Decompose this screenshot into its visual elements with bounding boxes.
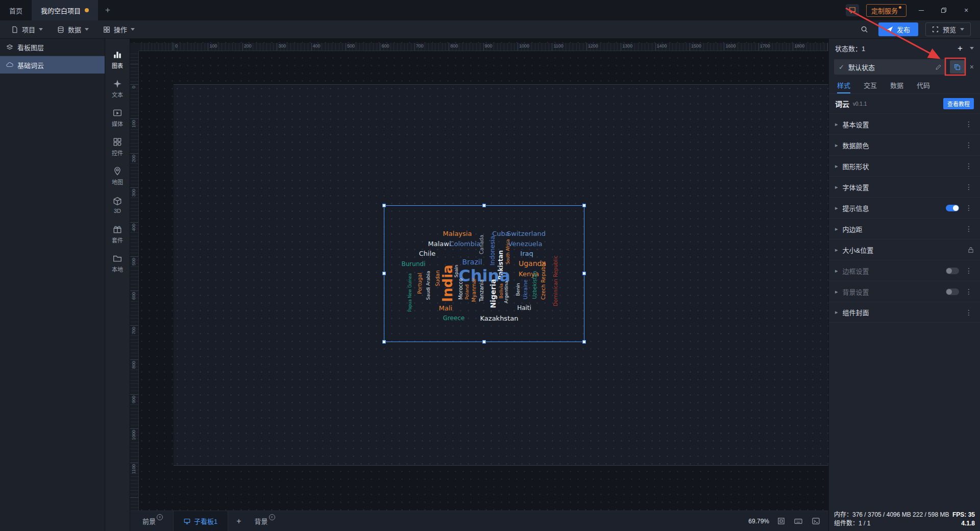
new-tab-button[interactable]: + (98, 0, 117, 20)
background-toggle[interactable] (946, 288, 959, 295)
fit-screen-icon[interactable] (775, 516, 787, 526)
background-button[interactable]: 背景 + (250, 516, 280, 526)
section-padding[interactable]: ▸ 内边距 ⋮ (829, 218, 980, 239)
chevron-right-icon: ▸ (835, 205, 838, 211)
resize-handle-bottom-right[interactable] (582, 340, 586, 344)
lock-icon[interactable] (968, 247, 974, 253)
tab-interaction[interactable]: 交互 (864, 76, 877, 93)
toolbox-item-kits[interactable]: 套件 (105, 220, 130, 249)
wordcloud-word: Sudan (435, 270, 440, 286)
canvas-area[interactable]: 0100200300400500600700800900100011001200… (130, 39, 828, 531)
menu-data[interactable]: 数据 (50, 20, 96, 39)
toolbox-item-3d[interactable]: 3D (105, 190, 130, 220)
tab-data[interactable]: 数据 (890, 76, 903, 93)
add-subboard-button[interactable]: + (228, 517, 249, 526)
section-label: 组件封面 (843, 307, 959, 317)
resize-handle-bottom[interactable] (482, 340, 486, 344)
widget-icon (113, 137, 122, 147)
tab-home[interactable]: 首页 (0, 0, 32, 20)
toolbox-item-map[interactable]: 地图 (105, 161, 130, 190)
more-menu-icon[interactable]: ⋮ (964, 120, 974, 128)
wordcloud-word: Kazakhstan (480, 315, 519, 322)
chat-bubble-icon[interactable] (846, 4, 859, 16)
wordcloud-component-selection[interactable]: MalaysiaCubaSwitzerlandMalawiColombiaCan… (384, 205, 584, 342)
section-data-colors[interactable]: ▸ 数据颜色 ⋮ (829, 134, 980, 155)
menu-project[interactable]: 项目 (4, 20, 50, 39)
section-tooltip[interactable]: ▸ 提示信息 ⋮ (829, 197, 980, 218)
toolbox-item-charts[interactable]: 图表 (105, 45, 130, 74)
status-bar: 内存：376 / 3705 / 4096 MB 222 / 598 MB FPS… (829, 509, 980, 531)
keyboard-shortcuts-icon[interactable] (793, 516, 804, 526)
layer-item-wordcloud[interactable]: 基础词云 (0, 56, 105, 74)
tutorial-button[interactable]: 查看教程 (943, 98, 974, 109)
ruler-tick-label: 1500 (690, 43, 701, 49)
database-icon (57, 26, 64, 33)
default-state-item[interactable]: ✓ 默认状态 (834, 59, 946, 75)
more-menu-icon[interactable]: ⋮ (964, 225, 974, 233)
search-icon[interactable] (858, 23, 871, 36)
custom-service-button[interactable]: 定制服务 (866, 4, 906, 17)
wordcloud-word: South Africa (506, 239, 510, 264)
ruler-tick-label: 1000 (518, 43, 529, 49)
resize-handle-right[interactable] (582, 272, 586, 275)
tab-project-label: 我的空白项目 (41, 6, 81, 15)
console-icon[interactable] (810, 516, 821, 526)
publish-button[interactable]: 发布 (878, 22, 918, 36)
more-menu-icon[interactable]: ⋮ (964, 141, 974, 149)
chevron-down-icon[interactable] (970, 47, 974, 50)
tab-project[interactable]: 我的空白项目 (32, 0, 98, 20)
tab-style[interactable]: 样式 (837, 76, 850, 93)
menu-operations[interactable]: 操作 (96, 20, 142, 39)
resize-handle-top-right[interactable] (582, 204, 586, 207)
add-foreground-icon[interactable]: + (157, 514, 163, 520)
section-component-cover[interactable]: ▸ 组件封面 ⋮ (829, 302, 980, 323)
wordcloud-chart: MalaysiaCubaSwitzerlandMalawiColombiaCan… (384, 206, 584, 342)
add-state-button[interactable]: + (955, 43, 965, 54)
delete-state-button[interactable]: × (969, 63, 975, 71)
more-menu-icon[interactable]: ⋮ (964, 267, 974, 275)
zoom-level[interactable]: 69.79% (748, 518, 769, 525)
fps-counter: FPS: 35 (952, 511, 975, 519)
tooltip-toggle[interactable] (946, 205, 959, 211)
edit-pencil-icon[interactable] (935, 64, 942, 70)
section-font-settings[interactable]: ▸ 字体设置 ⋮ (829, 176, 980, 197)
resize-handle-left[interactable] (382, 272, 386, 275)
ruler-tick-label: 800 (131, 359, 136, 369)
section-background-settings[interactable]: ▸ 背景设置 ⋮ (829, 281, 980, 302)
more-menu-icon[interactable]: ⋮ (964, 162, 974, 170)
more-menu-icon[interactable]: ⋮ (964, 204, 974, 212)
toolbox-item-media[interactable]: 媒体 (105, 103, 130, 132)
section-basic-settings[interactable]: ▸ 基本设置 ⋮ (829, 113, 980, 134)
resize-handle-top-left[interactable] (382, 204, 386, 207)
chevron-right-icon: ▸ (835, 288, 838, 295)
tab-code[interactable]: 代码 (917, 76, 930, 93)
section-border-settings[interactable]: ▸ 边框设置 ⋮ (829, 260, 980, 281)
section-label: 大小&位置 (843, 245, 963, 255)
add-background-icon[interactable]: + (269, 514, 275, 520)
more-menu-icon[interactable]: ⋮ (964, 287, 974, 296)
subboard-tab[interactable]: 子看板1 (173, 511, 228, 531)
chart-icon (113, 50, 122, 59)
section-size-position[interactable]: ▸ 大小&位置 (829, 239, 980, 260)
toolbox-item-local[interactable]: 本地 (105, 249, 130, 278)
more-menu-icon[interactable]: ⋮ (964, 308, 974, 317)
ruler-tick-label: 1800 (793, 43, 804, 49)
copy-state-button[interactable] (950, 60, 965, 74)
preview-button[interactable]: 预览 (925, 22, 971, 36)
foreground-button[interactable]: 前景 + (137, 516, 168, 526)
border-toggle[interactable] (946, 268, 959, 274)
check-icon: ✓ (839, 63, 844, 71)
inspector-panel: 状态数：1 + ✓ 默认状态 × 样式 交互 数据 (828, 39, 980, 531)
more-menu-icon[interactable]: ⋮ (964, 183, 974, 191)
titlebar-right: 定制服务 ─ × (846, 0, 980, 20)
resize-handle-top[interactable] (482, 204, 486, 207)
restore-button[interactable] (936, 4, 951, 17)
toolbox-item-text[interactable]: 文本 (105, 74, 130, 103)
resize-handle-bottom-left[interactable] (382, 340, 386, 344)
section-shape[interactable]: ▸ 图形形状 ⋮ (829, 155, 980, 176)
minimize-button[interactable]: ─ (914, 4, 929, 17)
wordcloud-word: Malawi (428, 240, 451, 247)
toolbox-item-widgets[interactable]: 控件 (105, 132, 130, 161)
close-button[interactable]: × (959, 4, 974, 17)
ruler-tick-label: 500 (131, 256, 136, 266)
